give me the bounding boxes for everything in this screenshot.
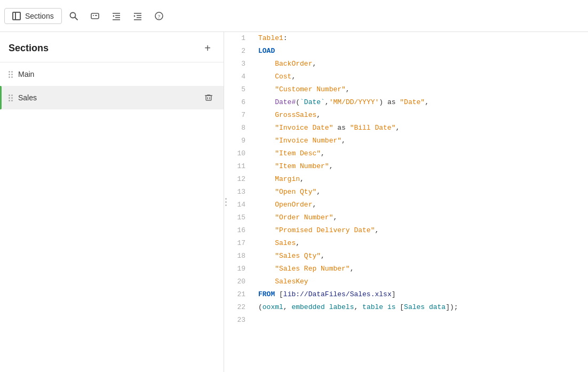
code-line-14: 14 OpenOrder, <box>227 199 588 211</box>
code-line-3: 3 BackOrder, <box>227 58 588 70</box>
line-content[interactable]: GrossSales, <box>254 109 588 122</box>
code-line-21: 21 FROM [lib://DataFiles/Sales.xlsx] <box>227 288 588 301</box>
code-line-23: 23 <box>227 314 588 327</box>
line-number: 13 <box>227 186 254 199</box>
line-content[interactable]: LOAD <box>254 45 588 58</box>
comment-icon <box>90 11 100 21</box>
line-number: 11 <box>227 160 254 173</box>
drag-handle-sales[interactable] <box>9 94 13 101</box>
sidebar-header: Sections + <box>0 32 224 62</box>
line-number: 10 <box>227 147 254 160</box>
main-area: Sections + Main <box>0 32 588 372</box>
line-content[interactable]: "Open Qty", <box>254 186 588 199</box>
line-number: 9 <box>227 134 254 147</box>
code-line-16: 16 "Promised Delivery Date", <box>227 224 588 237</box>
delete-sales-button[interactable] <box>202 91 215 104</box>
code-line-7: 7 GrossSales, <box>227 109 588 122</box>
code-table: 1 Table1: 2 LOAD 3 BackOrder, 4 Cost, <box>227 32 588 327</box>
line-number: 20 <box>227 275 254 288</box>
comment-button[interactable] <box>85 6 105 26</box>
line-number: 6 <box>227 96 254 109</box>
search-button[interactable] <box>64 6 83 26</box>
indent-right-button[interactable] <box>107 6 126 26</box>
sidebar-item-sales[interactable]: Sales <box>0 86 224 109</box>
line-number: 2 <box>227 45 254 58</box>
line-content[interactable]: FROM [lib://DataFiles/Sales.xlsx] <box>254 288 588 301</box>
line-number: 1 <box>227 32 254 45</box>
line-content[interactable]: "Item Desc", <box>254 147 588 160</box>
line-number: 22 <box>227 301 254 314</box>
line-number: 21 <box>227 288 254 301</box>
line-number: 23 <box>227 314 254 327</box>
indent-left-icon <box>133 11 142 21</box>
drag-handle-main[interactable] <box>9 71 13 78</box>
code-line-13: 13 "Open Qty", <box>227 186 588 199</box>
line-content[interactable]: OpenOrder, <box>254 199 588 211</box>
line-content[interactable]: "Invoice Date" as "Bill Date", <box>254 122 588 134</box>
panel-icon <box>12 12 21 20</box>
code-line-9: 9 "Invoice Number", <box>227 134 588 147</box>
sidebar-item-main[interactable]: Main <box>0 62 224 86</box>
line-number: 8 <box>227 122 254 134</box>
line-content[interactable] <box>254 314 588 327</box>
line-content[interactable]: SalesKey <box>254 275 588 288</box>
sections-toggle-button[interactable]: Sections <box>4 8 62 24</box>
code-line-10: 10 "Item Desc", <box>227 147 588 160</box>
sidebar: Sections + Main <box>0 32 224 372</box>
line-content[interactable]: Sales, <box>254 237 588 250</box>
sidebar-title: Sections <box>9 43 49 54</box>
resize-dots <box>225 198 227 206</box>
code-line-5: 5 "Customer Number", <box>227 83 588 96</box>
line-content[interactable]: Date#(`Date`,'MM/DD/YYYY') as "Date", <box>254 96 588 109</box>
line-content[interactable]: Margin, <box>254 173 588 186</box>
line-number: 16 <box>227 224 254 237</box>
line-number: 17 <box>227 237 254 250</box>
line-number: 7 <box>227 109 254 122</box>
line-content[interactable]: "Customer Number", <box>254 83 588 96</box>
code-line-8: 8 "Invoice Date" as "Bill Date", <box>227 122 588 134</box>
line-number: 5 <box>227 83 254 96</box>
code-editor[interactable]: 1 Table1: 2 LOAD 3 BackOrder, 4 Cost, <box>227 32 588 372</box>
line-content[interactable]: "Item Number", <box>254 160 588 173</box>
code-line-18: 18 "Sales Qty", <box>227 250 588 263</box>
code-line-20: 20 SalesKey <box>227 275 588 288</box>
line-content[interactable]: "Invoice Number", <box>254 134 588 147</box>
code-line-1: 1 Table1: <box>227 32 588 45</box>
sidebar-item-main-label: Main <box>18 70 197 78</box>
svg-line-1 <box>75 17 77 20</box>
line-content[interactable]: Table1: <box>254 32 588 45</box>
line-content[interactable]: BackOrder, <box>254 58 588 70</box>
code-line-19: 19 "Sales Rep Number", <box>227 263 588 275</box>
sidebar-list: Main Sales <box>0 62 224 372</box>
code-line-22: 22 (ooxml, embedded labels, table is [Sa… <box>227 301 588 314</box>
help-icon: ? <box>154 11 164 21</box>
svg-text:?: ? <box>157 13 160 19</box>
code-line-6: 6 Date#(`Date`,'MM/DD/YYYY') as "Date", <box>227 96 588 109</box>
line-content[interactable]: (ooxml, embedded labels, table is [Sales… <box>254 301 588 314</box>
code-line-15: 15 "Order Number", <box>227 211 588 224</box>
line-content[interactable]: "Sales Rep Number", <box>254 263 588 275</box>
help-button[interactable]: ? <box>149 6 169 26</box>
code-line-4: 4 Cost, <box>227 70 588 83</box>
add-section-button[interactable]: + <box>200 41 215 56</box>
indent-left-button[interactable] <box>128 6 147 26</box>
code-line-17: 17 Sales, <box>227 237 588 250</box>
line-number: 14 <box>227 199 254 211</box>
line-number: 19 <box>227 263 254 275</box>
line-content[interactable]: Cost, <box>254 70 588 83</box>
sidebar-item-sales-label: Sales <box>18 93 197 102</box>
toolbar: Sections <box>0 0 588 32</box>
sections-button-label: Sections <box>25 12 54 20</box>
line-number: 15 <box>227 211 254 224</box>
line-content[interactable]: "Order Number", <box>254 211 588 224</box>
line-number: 12 <box>227 173 254 186</box>
code-line-11: 11 "Item Number", <box>227 160 588 173</box>
code-line-2: 2 LOAD <box>227 45 588 58</box>
svg-rect-19 <box>206 96 211 100</box>
line-number: 3 <box>227 58 254 70</box>
line-content[interactable]: "Promised Delivery Date", <box>254 224 588 237</box>
indent-right-icon <box>112 11 121 21</box>
line-number: 4 <box>227 70 254 83</box>
line-content[interactable]: "Sales Qty", <box>254 250 588 263</box>
svg-rect-2 <box>91 13 99 19</box>
